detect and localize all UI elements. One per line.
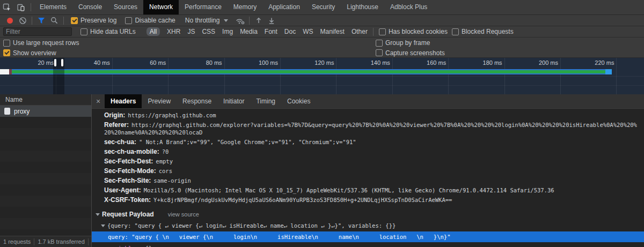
waterfall-bar-queueing [0, 69, 9, 74]
tab-application[interactable]: Application [262, 0, 306, 14]
group-by-frame-checkbox[interactable]: Group by frame [376, 39, 430, 47]
filter-type-ws[interactable]: WS [303, 28, 313, 35]
search-button[interactable] [48, 15, 61, 26]
tick-label: 220 ms [563, 59, 614, 66]
upload-arrow-icon [255, 17, 262, 25]
expander-down-icon[interactable] [96, 213, 100, 216]
filter-type-js[interactable]: JS [187, 28, 195, 35]
use-large-request-rows-checkbox[interactable]: Use large request rows [3, 39, 79, 47]
filter-type-all[interactable]: All [147, 27, 160, 36]
tab-memory[interactable]: Memory [228, 0, 262, 14]
blocked-requests-checkbox[interactable]: Blocked Requests [452, 28, 514, 35]
disable-cache-checkbox[interactable]: Disable cache [125, 17, 175, 24]
tab-performance[interactable]: Performance [179, 0, 228, 14]
header-value: same-origin [153, 177, 191, 184]
view-source-link[interactable]: view source [168, 211, 199, 218]
preserve-log-checkbox[interactable]: Preserve log [71, 17, 116, 24]
row-divider [0, 85, 644, 86]
capture-screenshots-checkbox[interactable]: Capture screenshots [376, 49, 445, 57]
payload-query-row-selected[interactable]: query: "query { \n viewer {\n login\n is… [92, 231, 644, 242]
inspect-element-button[interactable] [0, 1, 14, 14]
header-value: https://graphql.github.com/explorer?vari… [104, 122, 637, 136]
filter-type-doc[interactable]: Doc [284, 28, 296, 35]
tick-label: 120 ms [283, 59, 334, 66]
search-icon [50, 17, 58, 24]
import-har-button[interactable] [252, 15, 265, 26]
filter-type-css[interactable]: CSS [202, 28, 215, 35]
details-tab-bar: × Headers Preview Response Initiator Tim… [92, 94, 644, 109]
header-row: Sec-Fetch-Site:same-origin [92, 176, 644, 185]
network-overview-timeline[interactable]: 20 ms 40 ms 60 ms 80 ms 100 ms 120 ms 14… [0, 58, 644, 95]
network-conditions-button[interactable] [233, 15, 246, 26]
filter-type-manifest[interactable]: Manifest [320, 28, 345, 35]
tab-elements[interactable]: Elements [34, 0, 72, 14]
payload-key: variables [108, 245, 138, 247]
tab-sources[interactable]: Sources [108, 0, 143, 14]
payload-variables-row[interactable]: variables: {} [92, 242, 644, 247]
name-column-header[interactable]: Name [0, 94, 91, 106]
selection-left-grip[interactable] [54, 59, 56, 66]
toolbar-separator [373, 28, 374, 36]
filter-type-other[interactable]: Other [352, 28, 368, 35]
expander-down-icon[interactable] [101, 224, 105, 227]
close-details-button[interactable]: × [92, 97, 105, 106]
export-har-button[interactable] [265, 15, 278, 26]
filter-funnel-icon [38, 17, 45, 24]
header-name: Sec-Fetch-Site: [104, 177, 151, 184]
tick-label: 80 ms [171, 59, 222, 66]
group-by-frame-label: Group by frame [385, 39, 430, 47]
request-payload-title: Request Payload [102, 211, 154, 218]
blocked-requests-label: Blocked Requests [462, 28, 514, 35]
has-blocked-cookies-label: Has blocked cookies [389, 28, 448, 35]
toolbar-separator [32, 17, 32, 25]
device-toolbar-button[interactable] [14, 1, 28, 14]
throttling-value: No throttling [185, 17, 220, 24]
filter-toggle-button[interactable] [35, 15, 48, 26]
file-icon [4, 108, 10, 115]
header-name: Referer: [104, 121, 129, 129]
payload-preview-row[interactable]: {query: "query { ↵ viewer {↵ login↵ isHi… [92, 222, 644, 229]
has-blocked-cookies-checkbox[interactable]: Has blocked cookies [379, 28, 448, 35]
checkbox-unchecked-icon [376, 49, 383, 56]
header-name: User-Agent: [104, 186, 141, 194]
show-overview-checkbox[interactable]: Show overview [3, 49, 56, 57]
filter-input[interactable] [3, 27, 72, 36]
throttling-dropdown[interactable]: No throttling [185, 17, 229, 24]
selection-right-grip[interactable] [61, 59, 63, 66]
clear-icon [19, 17, 27, 25]
filter-type-img[interactable]: Img [222, 28, 233, 35]
hide-data-urls-checkbox[interactable]: Hide data URLs [80, 28, 136, 35]
clear-button[interactable] [16, 15, 29, 26]
toolbar-separator [63, 17, 64, 25]
tab-console[interactable]: Console [72, 0, 108, 14]
checkbox-unchecked-icon [125, 17, 132, 24]
toolbar-separator [249, 17, 250, 25]
request-type-filters: All XHR JS CSS Img Media Font Doc WS Man… [147, 27, 368, 36]
header-value: Mozilla/5.0 (Macintosh; Intel Mac OS X 1… [144, 187, 554, 193]
tab-cookies[interactable]: Cookies [281, 94, 316, 108]
tick-label: 100 ms [227, 59, 278, 66]
request-row-proxy[interactable]: proxy [0, 106, 91, 117]
inspect-cursor-icon [3, 3, 11, 12]
tab-headers[interactable]: Headers [105, 94, 142, 108]
record-button[interactable] [3, 15, 16, 26]
tab-timing[interactable]: Timing [250, 94, 281, 108]
header-value: cors [159, 168, 172, 174]
tick-label: 140 ms [339, 59, 390, 66]
checkbox-checked-icon [71, 17, 78, 24]
filter-type-font[interactable]: Font [265, 28, 277, 35]
tab-response[interactable]: Response [177, 94, 217, 108]
tab-network[interactable]: Network [143, 0, 179, 14]
waterfall-bar-receiving [12, 70, 605, 73]
tab-security[interactable]: Security [306, 0, 341, 14]
tick-label: 160 ms [395, 59, 446, 66]
tab-adblock-plus[interactable]: Adblock Plus [384, 0, 433, 14]
header-row: X-CSRF-Token:Y+kc8jrNPBmgf/ndgUskUvMdyHd… [92, 195, 644, 205]
tab-initiator[interactable]: Initiator [217, 94, 250, 108]
filter-type-media[interactable]: Media [240, 28, 258, 35]
header-name: sec-ch-ua: [104, 138, 136, 146]
filter-type-xhr[interactable]: XHR [167, 28, 180, 35]
header-name: Sec-Fetch-Dest: [104, 158, 153, 165]
tab-preview[interactable]: Preview [142, 94, 177, 108]
tab-lighthouse[interactable]: Lighthouse [341, 0, 384, 14]
